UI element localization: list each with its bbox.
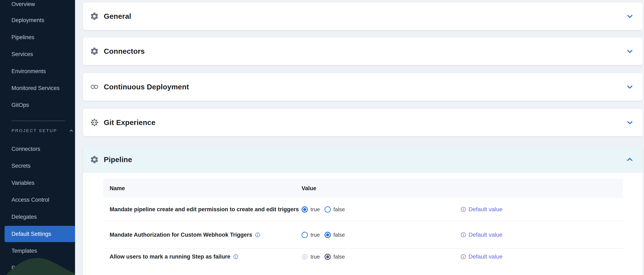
section-title: General [104, 12, 131, 20]
sidebar-item-variables[interactable]: Variables [0, 177, 75, 189]
setting-label: Allow users to mark a running Step as fa… [110, 254, 230, 260]
sidebar-item-monitored-services[interactable]: Monitored Services [0, 82, 75, 94]
radio-label: false [334, 254, 345, 260]
table-header-row: Name Value [103, 179, 623, 198]
section-card-connectors: Connectors [83, 38, 643, 65]
section-title: Connectors [104, 47, 145, 56]
radio-unselected-icon[interactable] [302, 232, 308, 238]
gear-code-icon [90, 118, 99, 127]
sidebar-item-connectors[interactable]: Connectors [0, 143, 75, 155]
default-value-label: Default value [468, 232, 502, 238]
default-value-label: Default value [468, 206, 502, 213]
sidebar-item-secrets[interactable]: Secrets [0, 160, 75, 172]
radio-selected-icon[interactable] [302, 206, 308, 212]
info-icon[interactable] [255, 232, 260, 238]
chevron-down-icon[interactable] [626, 47, 634, 56]
radio-option-false-disabled: false [324, 254, 345, 260]
column-header-value: Value [302, 185, 316, 192]
section-title: Git Experience [104, 118, 156, 127]
sidebar-item-pipelines[interactable]: Pipelines [0, 31, 75, 44]
gear-icon [90, 12, 99, 21]
radio-unselected-icon[interactable] [324, 206, 331, 212]
info-icon [460, 254, 466, 260]
radio-group: true false [302, 254, 345, 260]
sidebar-decoration [0, 250, 75, 275]
sidebar-item-overview[interactable]: Overview [0, 0, 75, 10]
sidebar-section-project-setup[interactable]: PROJECT SETUP [0, 125, 75, 136]
radio-selected-icon[interactable] [324, 232, 331, 238]
sidebar-item-default-settings[interactable]: Default Settings [4, 226, 75, 242]
radio-option-false[interactable]: false [324, 206, 345, 213]
section-header-git-experience[interactable]: Git Experience [83, 109, 643, 136]
table-row: Mandate pipeline create and edit permiss… [103, 198, 623, 221]
sidebar-section-label: PROJECT SETUP [12, 128, 57, 133]
sidebar-item-delegates[interactable]: Delegates [0, 210, 75, 223]
sidebar-item-label: Pipelines [12, 34, 34, 40]
radio-label: true [310, 206, 320, 213]
section-header-continuous-deployment[interactable]: Continuous Deployment [83, 73, 643, 100]
setting-label: Mandate pipeline create and edit permiss… [110, 206, 299, 213]
section-card-continuous-deployment: Continuous Deployment [83, 73, 643, 100]
chevron-down-icon[interactable] [626, 12, 634, 20]
sidebar-item-label: Delegates [12, 214, 37, 220]
radio-label: true [310, 232, 320, 238]
radio-disabled-selected-icon [324, 254, 331, 260]
radio-option-false[interactable]: false [324, 232, 345, 238]
radio-label: false [334, 232, 345, 238]
info-icon[interactable] [233, 254, 239, 260]
sidebar-item-label: Environments [12, 68, 46, 74]
default-value-link[interactable]: Default value [460, 253, 502, 260]
sidebar: Overview Deployments Pipelines Services … [0, 0, 75, 275]
section-title: Continuous Deployment [104, 83, 189, 91]
sidebar-item-label: Deployments [12, 17, 44, 24]
radio-option-true[interactable]: true [302, 232, 320, 238]
section-header-connectors[interactable]: Connectors [83, 38, 643, 65]
table-row: Mandate Authorization for Custom Webhook… [103, 221, 623, 248]
sidebar-item-label: Monitored Services [12, 85, 60, 92]
default-value-link[interactable]: Default value [460, 232, 502, 238]
sidebar-item-environments[interactable]: Environments [0, 65, 75, 78]
sidebar-item-access-control[interactable]: Access Control [0, 194, 75, 206]
sidebar-item-label: Access Control [12, 197, 50, 203]
radio-group: true false [302, 232, 345, 238]
radio-option-true-disabled: true [302, 254, 320, 260]
setting-label: Mandate Authorization for Custom Webhook… [110, 232, 252, 238]
setting-name: Allow users to mark a running Step as fa… [110, 254, 239, 260]
sidebar-divider [12, 120, 65, 121]
radio-group: true false [302, 206, 345, 213]
sidebar-item-label: Overview [12, 1, 35, 8]
sidebar-item-label: Connectors [12, 146, 40, 152]
chevron-down-icon[interactable] [626, 83, 634, 91]
column-header-name: Name [110, 185, 125, 192]
section-title: Pipeline [104, 156, 132, 164]
radio-disabled-icon [302, 254, 308, 260]
radio-option-true[interactable]: true [302, 206, 320, 213]
radio-label: true [310, 254, 320, 260]
gear-icon [90, 46, 99, 56]
sidebar-item-label: GitOps [12, 102, 29, 108]
sidebar-item-label: Secrets [12, 163, 31, 169]
info-icon [460, 206, 466, 212]
sidebar-item-label: Default Settings [12, 231, 51, 237]
chain-link-icon [90, 82, 99, 92]
chevron-up-icon[interactable] [68, 128, 74, 134]
info-icon [460, 232, 466, 238]
table-row: Allow users to mark a running Step as fa… [103, 248, 623, 275]
default-value-link[interactable]: Default value [460, 206, 502, 213]
sidebar-item-gitops[interactable]: GitOps [0, 99, 75, 111]
setting-name: Mandate pipeline create and edit permiss… [110, 206, 299, 213]
sidebar-item-deployments[interactable]: Deployments [0, 14, 75, 26]
section-header-general[interactable]: General [83, 2, 643, 30]
radio-label: false [334, 206, 345, 213]
section-card-general: General [83, 2, 643, 30]
section-header-pipeline[interactable]: Pipeline [83, 146, 643, 173]
gear-icon [90, 155, 99, 164]
chevron-up-icon[interactable] [626, 156, 634, 164]
default-value-label: Default value [468, 253, 502, 260]
section-card-pipeline: Pipeline Name Value Mandate pipeline cre… [83, 146, 643, 275]
setting-name: Mandate Authorization for Custom Webhook… [110, 232, 260, 238]
sidebar-item-label: Variables [12, 180, 34, 186]
sidebar-item-label: Services [12, 51, 33, 58]
sidebar-item-services[interactable]: Services [0, 48, 75, 60]
chevron-down-icon[interactable] [626, 118, 634, 127]
